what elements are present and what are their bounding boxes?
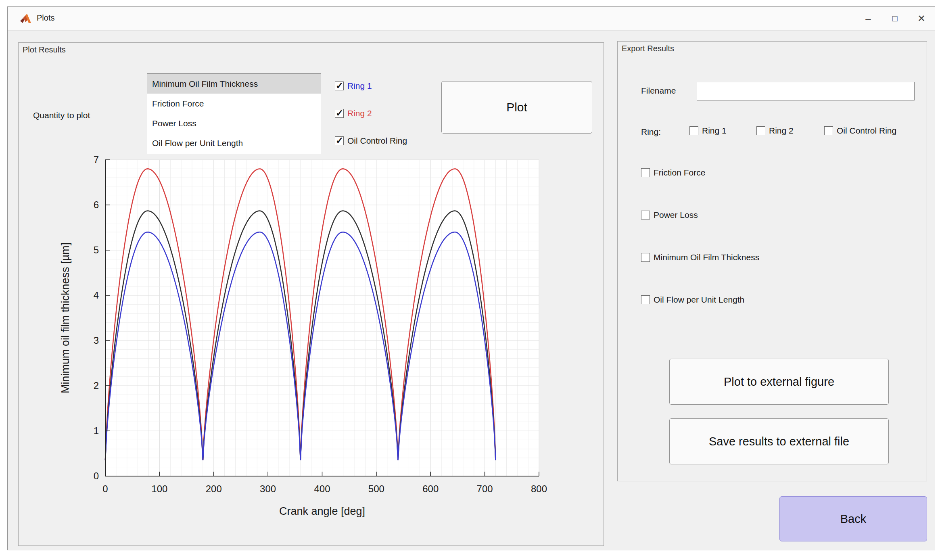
- export-checkbox-power-loss[interactable]: Power Loss: [641, 209, 698, 221]
- window-title: Plots: [37, 13, 54, 23]
- checkbox-label: Oil Control Ring: [347, 136, 407, 146]
- x-tick-label: 0: [102, 483, 108, 494]
- checkbox-oil-control-ring[interactable]: Oil Control Ring: [335, 135, 407, 147]
- x-tick-label: 600: [422, 483, 439, 494]
- listbox-item[interactable]: Friction Force: [147, 94, 321, 113]
- checkbox-label: Oil Flow per Unit Length: [654, 295, 744, 305]
- export-checkbox-ring-2[interactable]: Ring 2: [756, 125, 794, 137]
- y-tick-label: 5: [94, 244, 99, 255]
- checkbox-box: [641, 211, 650, 219]
- checkbox-box: [689, 126, 698, 135]
- checkbox-box: [641, 295, 650, 304]
- checkbox-box: [641, 253, 650, 262]
- maximize-button[interactable]: □: [881, 7, 908, 30]
- plot-results-panel-title: Plot Results: [23, 45, 66, 54]
- checkbox-box: [641, 168, 650, 177]
- export-checkbox-min-oil-film-thickness[interactable]: Minimum Oil Film Thickness: [641, 251, 759, 263]
- checkbox-box: [335, 109, 344, 118]
- checkbox-label: Minimum Oil Film Thickness: [654, 253, 759, 262]
- checkbox-box: [756, 126, 765, 135]
- x-tick-label: 100: [151, 483, 167, 494]
- y-tick-label: 4: [94, 290, 99, 301]
- export-checkbox-ring-1[interactable]: Ring 1: [689, 125, 727, 137]
- y-tick-label: 0: [94, 470, 99, 481]
- listbox-item[interactable]: Minimum Oil Film Thickness: [147, 74, 321, 94]
- checkbox-label: Ring 1: [702, 126, 727, 136]
- x-tick-label: 200: [206, 483, 222, 494]
- grid-lines: [105, 160, 539, 476]
- export-results-panel: Export Results Filename Ring: Ring 1 Rin…: [617, 41, 927, 481]
- checkbox-box: [335, 136, 344, 145]
- filename-input[interactable]: [697, 82, 915, 100]
- checkbox-label: Ring 2: [769, 126, 794, 136]
- plots-window: Plots – □ ✕ Plot Results Quantity to plo…: [7, 6, 935, 550]
- y-tick-label: 1: [94, 425, 99, 436]
- export-checkbox-oil-flow-per-unit-length[interactable]: Oil Flow per Unit Length: [641, 294, 744, 306]
- minimize-button[interactable]: –: [855, 7, 881, 30]
- x-tick-label: 700: [477, 483, 493, 494]
- y-tick-label: 7: [94, 154, 99, 165]
- listbox-item[interactable]: Power Loss: [147, 113, 321, 133]
- filename-label: Filename: [641, 86, 676, 96]
- listbox-item[interactable]: Oil Flow per Unit Length: [147, 133, 321, 153]
- checkbox-box: [335, 81, 344, 90]
- quantity-to-plot-label: Quantity to plot: [33, 111, 90, 120]
- save-results-button[interactable]: Save results to external file: [669, 418, 889, 464]
- back-button[interactable]: Back: [779, 496, 927, 541]
- y-tick-label: 2: [94, 380, 99, 391]
- plot-external-figure-button[interactable]: Plot to external figure: [669, 359, 889, 405]
- plot-results-panel: Plot Results Quantity to plot Minimum Oi…: [18, 42, 604, 546]
- export-results-panel-title: Export Results: [622, 44, 674, 53]
- checkbox-label: Friction Force: [654, 168, 705, 178]
- x-tick-label: 500: [368, 483, 384, 494]
- checkbox-ring-1[interactable]: Ring 1: [335, 80, 372, 92]
- y-axis-label: Minimum oil film thickness [µm]: [59, 242, 71, 393]
- export-checkbox-oil-control-ring[interactable]: Oil Control Ring: [824, 125, 896, 137]
- y-tick-label: 6: [94, 199, 99, 210]
- checkbox-box: [824, 126, 833, 135]
- checkbox-label: Power Loss: [654, 210, 698, 220]
- checkbox-ring-2[interactable]: Ring 2: [335, 107, 372, 119]
- export-checkbox-friction-force[interactable]: Friction Force: [641, 167, 705, 179]
- x-axis-label: Crank angle [deg]: [279, 505, 365, 517]
- x-tick-label: 800: [531, 483, 547, 494]
- plot-button[interactable]: Plot: [441, 81, 592, 134]
- checkbox-label: Ring 2: [347, 109, 372, 118]
- matlab-app-icon: [20, 13, 32, 24]
- close-button[interactable]: ✕: [908, 7, 935, 30]
- y-tick-label: 3: [94, 335, 99, 346]
- checkbox-label: Ring 1: [347, 81, 372, 91]
- titlebar: Plots – □ ✕: [8, 7, 935, 31]
- results-chart: 010020030040050060070080001234567Crank a…: [53, 153, 573, 540]
- x-tick-label: 300: [260, 483, 276, 494]
- quantity-listbox[interactable]: Minimum Oil Film ThicknessFriction Force…: [147, 73, 321, 154]
- checkbox-label: Oil Control Ring: [837, 126, 896, 136]
- ring-row-label: Ring:: [641, 127, 661, 137]
- x-tick-label: 400: [314, 483, 330, 494]
